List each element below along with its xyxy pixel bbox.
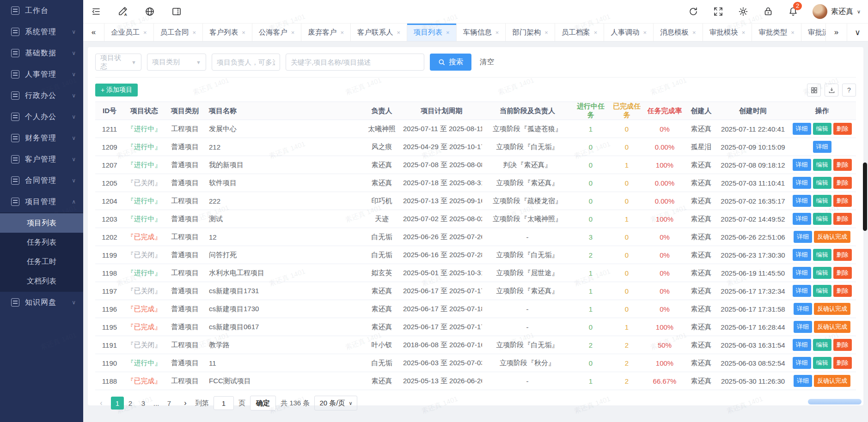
detail-button[interactable]: 详细: [794, 375, 812, 387]
detail-button[interactable]: 详细: [793, 285, 811, 297]
detail-button[interactable]: 详细: [794, 231, 812, 243]
prev-page-icon[interactable]: ‹: [96, 399, 106, 407]
tab-项目列表[interactable]: 项目列表 ×: [407, 24, 457, 41]
layout-icon[interactable]: [171, 6, 182, 17]
tab-废弃客户[interactable]: 废弃客户 ×: [301, 24, 351, 41]
delete-button[interactable]: 删除: [833, 249, 852, 261]
tab-企业员工[interactable]: 企业员工 ×: [104, 24, 154, 41]
tab-车辆信息[interactable]: 车辆信息 ×: [457, 24, 506, 41]
tab-公海客户[interactable]: 公海客户 ×: [252, 24, 302, 41]
tab-审批流程[interactable]: 审批流程 ×: [801, 24, 825, 41]
sidebar-item-行政办公[interactable]: 行政办公 ∨: [0, 85, 83, 106]
sidebar-item-人事管理[interactable]: 人事管理 ∨: [0, 64, 83, 85]
tab-close-icon[interactable]: ×: [495, 29, 499, 36]
delete-button[interactable]: 删除: [833, 195, 852, 207]
detail-button[interactable]: 详细: [793, 123, 811, 135]
add-project-button[interactable]: + 添加项目: [95, 84, 138, 96]
tab-close-icon[interactable]: ×: [143, 29, 147, 36]
edit-button[interactable]: 编辑: [813, 249, 831, 261]
detail-button[interactable]: 详细: [793, 249, 811, 261]
tab-员工合同[interactable]: 员工合同 ×: [154, 24, 203, 41]
refresh-icon[interactable]: [688, 6, 699, 17]
sidebar-item-基础数据[interactable]: 基础数据 ∨: [0, 42, 83, 64]
search-button[interactable]: 搜索: [430, 54, 471, 71]
tab-close-icon[interactable]: ×: [544, 29, 548, 36]
fullscreen-icon[interactable]: [713, 6, 724, 17]
unconfirm-button[interactable]: 反确认完成: [814, 375, 850, 387]
unconfirm-button[interactable]: 反确认完成: [814, 231, 850, 243]
sidebar-subitem-项目列表[interactable]: 项目列表: [0, 213, 83, 233]
tab-close-icon[interactable]: ×: [397, 29, 400, 36]
tab-close-icon[interactable]: ×: [291, 29, 295, 36]
notification-bell-icon[interactable]: 2: [788, 6, 799, 17]
lock-icon[interactable]: [763, 6, 774, 17]
tabs-dropdown-icon[interactable]: ∨: [847, 24, 868, 41]
next-page-icon[interactable]: ›: [180, 399, 190, 407]
sidebar-item-客户管理[interactable]: 客户管理 ∨: [0, 149, 83, 170]
sidebar-subitem-任务工时[interactable]: 任务工时: [0, 252, 83, 271]
column-settings-button[interactable]: [807, 84, 821, 96]
detail-button[interactable]: 详细: [793, 177, 811, 189]
edit-button[interactable]: 编辑: [813, 285, 831, 297]
detail-button[interactable]: 详细: [794, 303, 812, 315]
horizontal-scrollbar-thumb[interactable]: [808, 399, 862, 404]
tab-客户列表[interactable]: 客户列表 ×: [203, 24, 252, 41]
tab-审批类型[interactable]: 审批类型 ×: [752, 24, 801, 41]
delete-button[interactable]: 删除: [833, 357, 852, 369]
sidebar-item-项目管理[interactable]: 项目管理 ∧: [0, 191, 83, 212]
tabs-scroll-right-icon[interactable]: »: [825, 24, 847, 41]
sidebar-item-系统管理[interactable]: 系统管理 ∨: [0, 21, 83, 42]
delete-button[interactable]: 删除: [833, 285, 852, 297]
delete-button[interactable]: 删除: [833, 267, 852, 279]
status-select[interactable]: 项目状态 ▼: [95, 54, 141, 71]
tab-close-icon[interactable]: ×: [242, 29, 245, 36]
page-number-3[interactable]: 3: [137, 397, 150, 410]
detail-button[interactable]: 详细: [793, 339, 811, 351]
sidebar-item-合同管理[interactable]: 合同管理 ∨: [0, 170, 83, 191]
edit-button[interactable]: 编辑: [813, 195, 831, 207]
delete-button[interactable]: 删除: [833, 123, 852, 135]
edit-button[interactable]: 编辑: [813, 123, 831, 135]
tab-员工档案[interactable]: 员工档案 ×: [555, 24, 605, 41]
settings-gear-icon[interactable]: [738, 6, 749, 17]
clear-button[interactable]: 清空: [477, 57, 497, 67]
unconfirm-button[interactable]: 反确认完成: [814, 303, 850, 315]
detail-button[interactable]: 详细: [793, 159, 811, 171]
sidebar-subitem-任务列表[interactable]: 任务列表: [0, 233, 83, 252]
collapse-menu-icon[interactable]: [91, 6, 102, 17]
tab-close-icon[interactable]: ×: [692, 29, 696, 36]
edit-button[interactable]: 编辑: [813, 177, 831, 189]
sidebar-item-财务管理[interactable]: 财务管理 ∨: [0, 127, 83, 149]
keyword-input[interactable]: [286, 54, 424, 71]
edit-button[interactable]: 编辑: [813, 339, 831, 351]
unconfirm-button[interactable]: 反确认完成: [814, 321, 850, 333]
language-globe-icon[interactable]: [144, 6, 155, 17]
tab-客户联系人[interactable]: 客户联系人 ×: [351, 24, 407, 41]
goto-confirm-button[interactable]: 确定: [250, 396, 276, 410]
detail-button[interactable]: 详细: [793, 195, 811, 207]
tab-消息模板[interactable]: 消息模板 ×: [654, 24, 703, 41]
tab-close-icon[interactable]: ×: [446, 29, 450, 36]
detail-button[interactable]: 详细: [813, 141, 831, 153]
delete-button[interactable]: 删除: [833, 213, 852, 225]
detail-button[interactable]: 详细: [793, 267, 811, 279]
delete-button[interactable]: 删除: [833, 177, 852, 189]
export-button[interactable]: [825, 84, 838, 96]
help-button[interactable]: ?: [842, 84, 856, 96]
sidebar-item-工作台[interactable]: 工作台: [0, 0, 83, 21]
sidebar-subitem-文档列表[interactable]: 文档列表: [0, 271, 83, 291]
edit-button[interactable]: 编辑: [813, 357, 831, 369]
edit-button[interactable]: 编辑: [813, 159, 831, 171]
tab-close-icon[interactable]: ×: [340, 29, 344, 36]
tab-close-icon[interactable]: ×: [791, 29, 795, 36]
vertical-scrollbar-thumb[interactable]: [863, 163, 867, 231]
edit-button[interactable]: 编辑: [813, 267, 831, 279]
owner-input[interactable]: [212, 54, 280, 71]
page-size-select[interactable]: 20 条/页 ∨: [314, 396, 357, 410]
goto-page-input[interactable]: [214, 396, 234, 410]
detail-button[interactable]: 详细: [793, 357, 811, 369]
page-number-2[interactable]: 2: [124, 397, 137, 410]
tab-close-icon[interactable]: ×: [594, 29, 598, 36]
page-number-7[interactable]: 7: [163, 397, 176, 410]
tab-close-icon[interactable]: ×: [742, 29, 746, 36]
